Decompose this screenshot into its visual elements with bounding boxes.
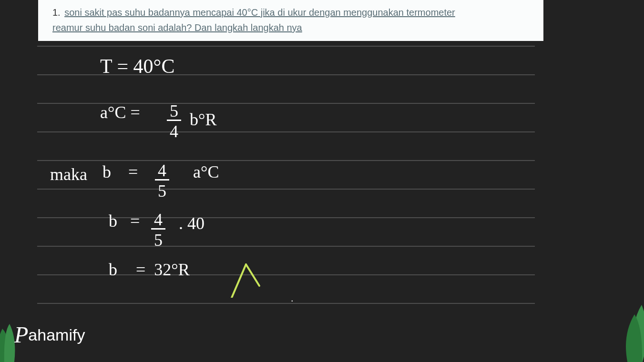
step2-b: b bbox=[109, 211, 117, 231]
given-temperature: T = 40°C bbox=[100, 55, 174, 78]
question-text-line1: soni sakit pas suhu badannya mencapai 40… bbox=[64, 7, 455, 18]
formula-lhs-text: a°C = bbox=[100, 103, 140, 122]
step2-frac-den: 5 bbox=[151, 230, 165, 249]
stray-dot: . bbox=[291, 293, 294, 304]
logo: Pahamify bbox=[14, 322, 85, 348]
question-box: 1. soni sakit pas suhu badannya mencapai… bbox=[38, 0, 543, 41]
step3-lhs: b bbox=[109, 260, 117, 280]
step1-frac-num: 4 bbox=[155, 162, 169, 181]
result-value: 32°R bbox=[154, 260, 189, 279]
step1-eq: = bbox=[128, 162, 138, 181]
step1-b: b bbox=[102, 162, 111, 181]
step2-fraction: 4 5 bbox=[151, 211, 165, 249]
leaf-right-icon bbox=[601, 276, 644, 362]
svg-line-11 bbox=[246, 264, 259, 286]
step3-eq: = bbox=[136, 260, 145, 279]
step1-rhs: a°C bbox=[193, 162, 219, 182]
checkmark-icon bbox=[227, 260, 265, 298]
step3-b: b bbox=[109, 260, 117, 279]
step1-fraction: 4 5 bbox=[155, 162, 169, 200]
question-number: 1. bbox=[52, 7, 61, 18]
step2-eq: = bbox=[130, 211, 140, 231]
formula-rhs: b°R bbox=[190, 110, 216, 129]
formula-fraction: 5 4 b°R bbox=[167, 102, 216, 140]
formula-frac-den: 4 bbox=[167, 121, 181, 140]
step2-frac-num: 4 bbox=[151, 211, 165, 230]
result: = 32°R bbox=[136, 260, 190, 280]
step2-lhs: b = bbox=[109, 211, 140, 231]
formula-frac-num: 5 bbox=[167, 102, 181, 121]
formula-lhs: a°C = bbox=[100, 102, 140, 122]
question-link[interactable]: soni sakit pas suhu badannya mencapai 40… bbox=[52, 7, 455, 33]
step2-rhs: . 40 bbox=[179, 213, 204, 233]
svg-line-10 bbox=[232, 264, 246, 298]
step1-lhs: b = bbox=[102, 162, 138, 182]
question-text-line2: reamur suhu badan soni adalah? Dan langk… bbox=[52, 22, 302, 33]
logo-text: ahamify bbox=[28, 326, 85, 344]
step1-frac-den: 5 bbox=[155, 181, 169, 200]
then-label: maka bbox=[50, 164, 87, 184]
